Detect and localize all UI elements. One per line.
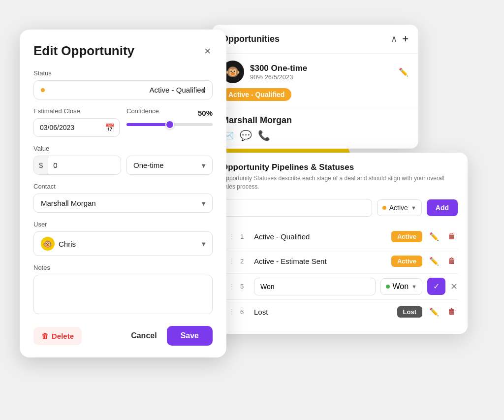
pipeline-name-1: Active - Qualified [254, 232, 386, 241]
confidence-slider-track[interactable] [126, 123, 213, 126]
notes-field-group: Notes [33, 264, 213, 316]
edit-opportunity-icon[interactable]: ✏️ [399, 67, 409, 77]
user-select[interactable]: 🐵 Chris [33, 231, 213, 256]
confidence-field: Confidence 50% [126, 107, 213, 137]
edit-opportunity-card: Edit Opportunity × Status Active - Quali… [20, 30, 226, 357]
opportunities-panel: Opportunities ∧ + 🐵 $300 One-time 90% 26… [212, 25, 418, 149]
save-button[interactable]: Save [167, 326, 213, 346]
notes-label: Notes [33, 264, 213, 271]
add-opportunity-button[interactable]: + [402, 32, 409, 45]
pipelines-title: Opportunity Pipelines & Statuses [221, 162, 458, 172]
edit-pipeline-6-button[interactable]: ✏️ [427, 305, 441, 319]
contact-field-group: Contact Marshall Morgan ▼ [33, 183, 213, 213]
value-type-wrapper: One-time ▼ [126, 156, 213, 175]
value-type-value: One-time [133, 161, 164, 169]
contact-select[interactable]: Marshall Morgan [33, 194, 213, 213]
won-status-select[interactable]: Won ▼ [380, 278, 423, 295]
won-status-dot [386, 285, 390, 289]
confirm-edit-button[interactable]: ✓ [427, 278, 445, 295]
user-value: Chris [59, 240, 76, 248]
slider-thumb[interactable] [165, 120, 174, 129]
value-type-select[interactable]: One-time [126, 156, 213, 175]
card-footer: 🗑 Delete Cancel Save [33, 326, 213, 346]
status-value: Active - Qualified [150, 86, 205, 94]
pipeline-status-badge-2: Active [391, 256, 422, 267]
won-status-label: Won [393, 282, 409, 291]
pipeline-status-label: Active [389, 204, 408, 212]
status-select[interactable]: Active - Qualified [33, 80, 213, 99]
pipeline-status-badge-6: Lost [397, 306, 422, 318]
dollar-sign: $ [34, 156, 48, 174]
delete-pipeline-2-button[interactable]: 🗑 [446, 255, 458, 267]
pipeline-add-row: Active ▼ Add [221, 199, 458, 217]
user-field-group: User 🐵 Chris ▼ [33, 221, 213, 256]
collapse-button[interactable]: ∧ [391, 33, 397, 44]
pipeline-edit-input-5[interactable] [254, 278, 376, 295]
user-label: User [33, 221, 213, 228]
pipeline-num-1: 1 [240, 233, 249, 240]
delete-button[interactable]: 🗑 Delete [33, 327, 82, 345]
opportunity-contact-name: Marshall Morgan [221, 115, 409, 126]
confidence-header: Confidence 50% [126, 107, 213, 118]
estimated-close-label: Estimated Close [33, 107, 120, 115]
opportunities-panel-header: Opportunities ∧ + [212, 25, 418, 54]
contact-label: Contact [33, 183, 213, 190]
opp-header-actions: ∧ + [391, 32, 409, 45]
opportunity-contact-section: Marshall Morgan ✉️ 💬 📞 [212, 108, 418, 149]
value-input-row: $ One-time ▼ [33, 156, 213, 175]
delete-label: Delete [52, 332, 74, 340]
notes-textarea[interactable] [33, 275, 213, 314]
pipeline-row-6: ⋮⋮ 6 Lost Lost ✏️ 🗑 [221, 300, 458, 324]
opportunity-status-badge: Active - Qualified [221, 83, 409, 101]
status-label: Status [33, 69, 213, 77]
opportunity-status-text: Active - Qualified [221, 88, 291, 101]
edit-pipeline-2-button[interactable]: ✏️ [427, 255, 441, 268]
pipeline-num-6: 6 [240, 308, 249, 316]
pipeline-name-2: Active - Estimate Sent [254, 257, 386, 265]
chevron-down-icon: ▼ [411, 205, 416, 211]
phone-button[interactable]: 📞 [258, 129, 270, 141]
active-status-dot [382, 206, 386, 210]
opportunities-panel-title: Opportunities [221, 34, 280, 44]
calendar-icon: 📅 [105, 123, 115, 132]
pipeline-row-5-editing: ⋮⋮ 5 Won ▼ ✓ ✕ [221, 274, 458, 300]
pipelines-panel: Opportunity Pipelines & Statuses Opportu… [212, 153, 468, 334]
edit-card-title: Edit Opportunity [33, 43, 134, 59]
cancel-edit-button[interactable]: ✕ [450, 281, 458, 292]
status-dot-icon [41, 88, 45, 92]
opportunity-item: 🐵 $300 One-time 90% 26/5/2023 ✏️ Active … [212, 54, 418, 108]
pipeline-num-5: 5 [240, 283, 249, 290]
pipelines-description: Opportunity Statuses describe each stage… [221, 174, 458, 191]
message-button[interactable]: 💬 [240, 129, 252, 141]
opportunity-amount: $300 One-time [250, 64, 393, 73]
dollar-input-wrapper: $ [33, 156, 121, 175]
pipeline-row-1: ⋮⋮ 1 Active - Qualified Active ✏️ 🗑 [221, 225, 458, 249]
confidence-label: Confidence [126, 107, 159, 115]
delete-pipeline-6-button[interactable]: 🗑 [446, 305, 458, 318]
pipeline-status-select[interactable]: Active ▼ [377, 199, 422, 216]
chevron-down-icon: ▼ [411, 284, 417, 290]
edit-pipeline-1-button[interactable]: ✏️ [427, 230, 441, 243]
slider-fill [126, 123, 170, 126]
contact-select-wrapper: Marshall Morgan ▼ [33, 194, 213, 213]
opportunity-item-info: $300 One-time 90% 26/5/2023 [250, 64, 393, 81]
value-field-group: Value $ One-time ▼ [33, 145, 213, 175]
confidence-value: 50% [198, 109, 213, 117]
value-input[interactable] [48, 156, 78, 174]
date-confidence-row: Estimated Close 📅 Confidence 50% [33, 107, 213, 145]
pipeline-name-6: Lost [254, 308, 392, 316]
close-button[interactable]: × [202, 44, 213, 59]
edit-card-header: Edit Opportunity × [33, 43, 213, 59]
pipeline-status-badge-1: Active [391, 231, 422, 242]
cancel-button[interactable]: Cancel [127, 326, 160, 345]
trash-icon: 🗑 [41, 332, 49, 340]
user-select-wrapper: 🐵 Chris ▼ [33, 231, 213, 256]
footer-right-actions: Cancel Save [127, 326, 213, 346]
pipeline-name-input[interactable] [221, 199, 372, 217]
add-pipeline-button[interactable]: Add [427, 199, 458, 216]
pipeline-num-2: 2 [240, 258, 249, 265]
delete-pipeline-1-button[interactable]: 🗑 [446, 230, 458, 243]
opportunity-meta: 90% 26/5/2023 [250, 73, 393, 81]
estimated-close-field: Estimated Close 📅 [33, 107, 120, 137]
pipeline-row-2: ⋮⋮ 2 Active - Estimate Sent Active ✏️ 🗑 [221, 249, 458, 274]
